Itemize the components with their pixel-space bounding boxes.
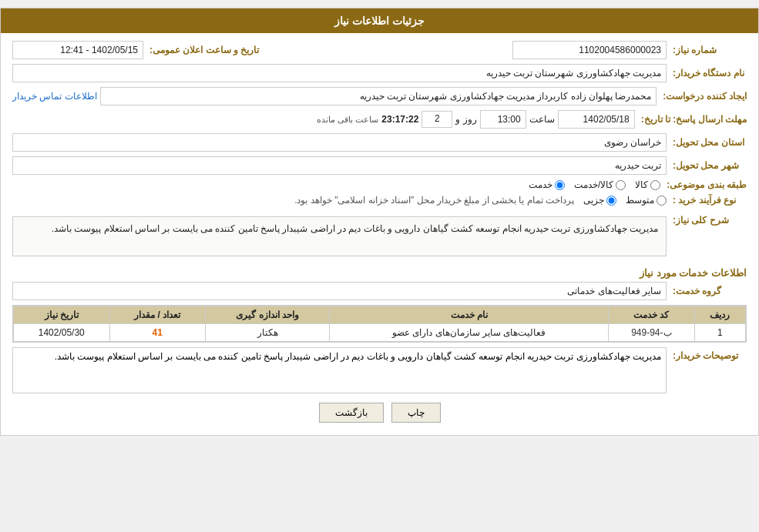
process-label: نوع فرآیند خرید : [670, 195, 747, 206]
announcement-value: 1402/05/15 - 12:41 [12, 41, 143, 59]
td-qty: 41 [109, 324, 205, 342]
table-col-header: واحد اندازه گیری [205, 306, 329, 324]
city-value: تربت حیدریه [12, 156, 667, 175]
table-header: ردیفکد خدمتنام خدمتواحد اندازه گیریتعداد… [14, 306, 746, 324]
need-number-label: شماره نیاز: [670, 45, 747, 55]
radio-goods-input[interactable] [650, 180, 660, 190]
buyer-label: نام دستگاه خریدار: [670, 68, 747, 79]
page-header: جزئیات اطلاعات نیاز [1, 8, 758, 33]
back-button[interactable]: بازگشت [319, 403, 384, 423]
radio-medium-label: متوسط [626, 195, 654, 206]
radio-service-input[interactable] [555, 180, 565, 190]
deadline-remaining-label: ساعت باقی مانده [317, 115, 378, 125]
process-radio-group: متوسط جزیی [583, 195, 667, 206]
category-radio-group: کالا کالا/خدمت خدمت [529, 179, 660, 190]
td-code: ب-94-949 [609, 324, 694, 342]
table-row: 1ب-94-949فعالیت‌های سایر سازمان‌های دارا… [14, 324, 746, 342]
contact-link[interactable]: اطلاعات تماس خریدار [12, 91, 97, 102]
province-value: خراسان رضوی [12, 133, 667, 152]
table-col-header: تعداد / مقدار [109, 306, 205, 324]
description-value: مدیریت جهادکشاورزی تربت حیدریه انجام توس… [12, 216, 667, 256]
td-cell: 1402/05/30 [14, 324, 110, 342]
radio-goods-service[interactable]: کالا/خدمت [574, 179, 626, 190]
deadline-label: مهلت ارسال پاسخ: تا تاریخ: [638, 114, 747, 125]
print-button[interactable]: چاپ [391, 403, 441, 423]
action-buttons: چاپ بازگشت [12, 403, 747, 423]
deadline-days-label: روز و [455, 114, 476, 125]
deadline-days-value: 2 [421, 111, 452, 128]
buyer-notes-textarea[interactable] [12, 347, 667, 393]
service-group-label: گروه خدمت: [670, 286, 747, 296]
td-cell: هکتار [205, 324, 329, 342]
description-label: شرح کلی نیاز: [670, 212, 747, 226]
deadline-time: 13:00 [480, 110, 526, 129]
radio-partial-input[interactable] [606, 196, 616, 206]
creator-value: محمدرضا پهلوان زاده کاربرداز مدیریت جهاد… [100, 87, 657, 105]
table-body: 1ب-94-949فعالیت‌های سایر سازمان‌های دارا… [14, 324, 746, 342]
services-table-container: ردیفکد خدمتنام خدمتواحد اندازه گیریتعداد… [12, 305, 747, 343]
process-note: پرداخت تمام یا بخشی از مبلغ خریدار محل "… [294, 195, 574, 206]
radio-service[interactable]: خدمت [529, 179, 565, 190]
radio-goods-service-label: کالا/خدمت [574, 179, 613, 190]
table-col-header: ردیف [694, 306, 745, 324]
radio-goods-service-input[interactable] [616, 180, 626, 190]
radio-medium[interactable]: متوسط [626, 195, 667, 206]
td-cell: فعالیت‌های سایر سازمان‌های دارای عضو [330, 324, 609, 342]
creator-label: ایجاد کننده درخواست: [660, 91, 747, 102]
announcement-label: تاریخ و ساعت اعلان عمومی: [146, 45, 259, 55]
services-table: ردیفکد خدمتنام خدمتواحد اندازه گیریتعداد… [13, 306, 746, 342]
table-col-header: نام خدمت [330, 306, 609, 324]
radio-goods[interactable]: کالا [635, 179, 660, 190]
service-info-title: اطلاعات خدمات مورد نیاز [12, 267, 747, 279]
radio-partial-label: جزیی [583, 195, 604, 206]
table-col-header: تاریخ نیاز [14, 306, 110, 324]
deadline-time-label: ساعت [529, 114, 555, 125]
service-group-value: سایر فعالیت‌های خدماتی [12, 282, 667, 300]
buyer-notes-label: توصیحات خریدار: [670, 347, 747, 361]
td-cell: 1 [694, 324, 745, 342]
need-number-value: 1102004586000023 [512, 41, 667, 59]
deadline-remaining: 23:17:22 [381, 114, 418, 125]
radio-medium-input[interactable] [657, 196, 667, 206]
radio-goods-label: کالا [635, 179, 648, 190]
category-label: طبقه بندی موضوعی: [663, 179, 747, 190]
city-label: شهر محل تحویل: [670, 160, 747, 171]
buyer-value: مدیریت جهادکشاورزی شهرستان تربت حیدریه [12, 64, 667, 82]
table-col-header: کد خدمت [609, 306, 694, 324]
radio-partial[interactable]: جزیی [583, 195, 616, 206]
radio-service-label: خدمت [529, 179, 552, 190]
deadline-date: 1402/05/18 [558, 110, 635, 129]
province-label: استان محل تحویل: [670, 137, 747, 148]
